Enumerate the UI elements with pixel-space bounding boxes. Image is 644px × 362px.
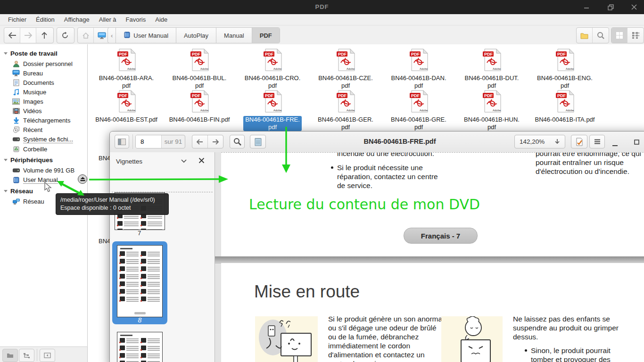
document-icon — [12, 79, 20, 86]
search-icon[interactable] — [593, 28, 609, 43]
breadcrumb-user-manual[interactable]: User Manual — [116, 28, 176, 43]
icon-view-button[interactable] — [611, 28, 627, 43]
hide-sidebar-button[interactable] — [40, 349, 55, 362]
breadcrumb-autoplay[interactable]: AutoPlay — [176, 28, 216, 43]
file-bn46-00461b-bul-pdf[interactable]: PDFAdobeBN46-00461B-BUL.pdf — [163, 49, 236, 90]
close-icon[interactable] — [627, 3, 641, 11]
file-bn46-00461b-gre-pdf[interactable]: PDFAdobeBN46-00461B-GRE.pdf — [382, 90, 455, 131]
page-number-input[interactable] — [136, 135, 162, 148]
volume-tooltip: /media/roger/User Manual (/dev/sr0) Espa… — [56, 193, 169, 215]
file-bn46-00461b-ger-pdf[interactable]: PDFAdobeBN46-00461B-GER.pdf — [309, 90, 382, 131]
file-bn46-00461b-ita-pdf[interactable]: PDFAdobeBN46-00461B-ITA.pdf — [528, 90, 602, 123]
find-button[interactable] — [230, 135, 245, 148]
menu-aller-[interactable]: Aller à — [95, 15, 121, 24]
svg-text:PDF: PDF — [484, 93, 493, 98]
page7-column1-bullet-text: Si le produit nécessite une réparation, … — [337, 163, 442, 190]
svg-text:Adobe: Adobe — [493, 67, 501, 70]
page8-block2-bullet-text: Sinon, le produit pourrait tomber et pro… — [531, 346, 632, 362]
side-pane-toggle-button[interactable] — [115, 135, 129, 148]
thumbnail-page-8-selected[interactable]: 8 — [112, 241, 167, 324]
sidebar-section-label: Réseau — [10, 188, 33, 195]
pdf-maximize-icon[interactable] — [629, 137, 644, 147]
file-bn46-00461b-fre-pdf[interactable]: PDFAdobeBN46-00461B-FRE.pdf — [236, 90, 309, 131]
menu-aide[interactable]: Aide — [151, 15, 172, 24]
thumbnail-number-8: 8 — [112, 316, 167, 324]
svg-text:Adobe: Adobe — [420, 67, 428, 70]
places-pane-button[interactable] — [2, 349, 18, 362]
pdf-minimize-icon[interactable] — [608, 137, 622, 147]
file-bn46-00461b-cro-pdf[interactable]: PDFAdobeBN46-00461B-CRO.pdf — [236, 49, 309, 90]
sidebar-item-corbeille[interactable]: Corbeille — [0, 144, 87, 154]
file-bn46-00461b-dan-pdf[interactable]: PDFAdobeBN46-00461B-DAN.pdf — [382, 49, 455, 90]
svg-text:PDF: PDF — [192, 52, 201, 57]
svg-text:Adobe: Adobe — [347, 67, 355, 70]
annotation-button[interactable] — [571, 135, 587, 148]
sidebar-item-musique[interactable]: Musique — [0, 87, 87, 97]
sidebar-item-r-cent[interactable]: Récent — [0, 125, 87, 134]
zoom-level-dropdown[interactable]: 142,20% — [514, 135, 565, 148]
file-name-label: BN46-00461B-GRE.pdf — [382, 116, 455, 131]
menu--dition[interactable]: Édition — [32, 15, 59, 24]
breadcrumb-manual[interactable]: Manual — [216, 28, 252, 43]
pdf-file-icon: PDFAdobe — [336, 90, 355, 113]
menu-fichier[interactable]: Fichier — [4, 15, 31, 24]
menu-affichage[interactable]: Affichage — [60, 15, 94, 24]
svg-text:PDF: PDF — [265, 52, 274, 57]
thumbnail-page-8[interactable] — [117, 245, 163, 317]
collapse-triangle-icon — [4, 159, 8, 161]
location-group — [77, 27, 111, 43]
file-bn46-00461b-fin-pdf[interactable]: PDFAdobeBN46-00461B-FIN.pdf — [163, 90, 236, 123]
sidebar-item-t-l-chargements[interactable]: Téléchargements — [0, 115, 87, 125]
up-button[interactable] — [36, 28, 52, 43]
download-icon — [12, 117, 20, 124]
file-bn46-00461b-hun-pdf[interactable]: PDFAdobeBN46-00461B-HUN.pdf — [455, 90, 528, 131]
svg-text:PDF: PDF — [411, 52, 420, 57]
sidebar-item-label: Images — [23, 98, 43, 105]
sidebar-item-user-manual[interactable]: User Manual — [0, 175, 87, 185]
svg-text:Adobe: Adobe — [273, 67, 282, 70]
pdf-file-icon: PDFAdobe — [409, 90, 429, 113]
back-button[interactable] — [4, 28, 20, 43]
sidebar-item-documents[interactable]: Documents — [0, 78, 87, 87]
new-folder-button[interactable] — [577, 28, 593, 43]
file-name-label: BN46-00461B-BUL.pdf — [163, 74, 236, 90]
detailed-list-view-button[interactable] — [627, 28, 644, 43]
minimize-icon[interactable] — [579, 3, 594, 11]
next-page-button[interactable] — [208, 135, 223, 148]
sidebar-item-vid-os[interactable]: Vidéos — [0, 106, 87, 115]
home-button[interactable] — [78, 28, 94, 43]
sidebar-item-volume-de-991-gb[interactable]: Volume de 991 GB — [0, 165, 87, 175]
sidebar-item-images[interactable]: Images — [0, 97, 87, 106]
thumbnail-page-9[interactable] — [117, 332, 163, 362]
chevron-down-icon[interactable] — [181, 157, 187, 165]
page-footer-badge: Français - 7 — [404, 228, 478, 244]
pdf-page-7: incendie ou une électrocution. Si le pro… — [221, 152, 644, 257]
restore-icon[interactable] — [604, 3, 618, 11]
file-bn46-00461b-eng-pdf[interactable]: PDFAdobeBN46-00461B-ENG.pdf — [528, 49, 602, 90]
refresh-button[interactable] — [57, 28, 73, 43]
sidebar-item-bureau[interactable]: Bureau — [0, 68, 87, 78]
file-bn46-00461b-cze-pdf[interactable]: PDFAdobeBN46-00461B-CZE.pdf — [309, 49, 382, 90]
page-total-label: sur 91 — [162, 135, 185, 148]
forward-button[interactable] — [20, 28, 36, 43]
sidebar-section-p-riph-riques[interactable]: Périphériques — [0, 154, 87, 165]
close-panel-icon[interactable] — [198, 157, 205, 165]
book-icon — [124, 32, 130, 40]
sidebar-section-poste-de-travail[interactable]: Poste de travail — [0, 47, 87, 59]
menu-button[interactable] — [589, 135, 605, 148]
sidebar-item-dossier-personnel[interactable]: Dossier personnel — [0, 59, 87, 68]
copy-notes-button[interactable] — [250, 135, 266, 148]
file-bn46-00461b-ara-pdf[interactable]: PDFAdobeBN46-00461B-ARA.pdf — [90, 49, 163, 90]
tree-pane-button[interactable] — [19, 349, 34, 362]
menu-favoris[interactable]: Favoris — [122, 15, 150, 24]
breadcrumb-pdf[interactable]: PDF — [252, 28, 280, 43]
file-bn46-00461b-est-pdf[interactable]: PDFAdobeBN46-00461B-EST.pdf — [90, 90, 163, 123]
breadcrumb: ‹User ManualAutoPlayManualPDF — [107, 27, 280, 43]
eject-icon[interactable] — [78, 174, 87, 184]
drive-icon — [12, 137, 20, 141]
breadcrumb-overflow-button[interactable]: ‹ — [108, 28, 116, 43]
pdf-file-icon: PDFAdobe — [117, 49, 136, 71]
previous-page-button[interactable] — [192, 135, 208, 148]
file-bn46-00461b-dut-pdf[interactable]: PDFAdobeBN46-00461B-DUT.pdf — [455, 49, 528, 90]
sidebar-item-syst-me-de-fichi-[interactable]: Système de fichi... — [0, 134, 87, 144]
